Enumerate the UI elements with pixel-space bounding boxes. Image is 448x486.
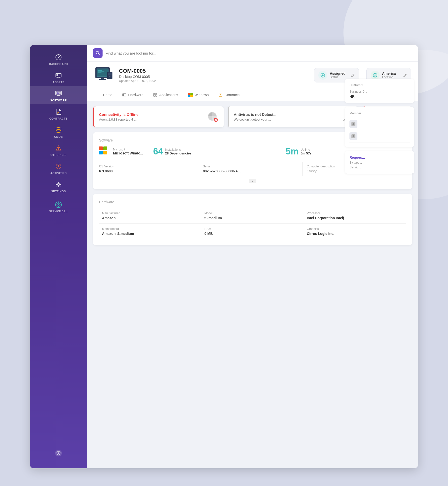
tab-contracts[interactable]: Contracts xyxy=(214,89,244,101)
sidebar-item-settings[interactable]: SETTINGS xyxy=(30,177,87,195)
sidebar-item-activities[interactable]: ACTIVITIES xyxy=(30,159,87,177)
applications-tab-icon xyxy=(153,93,157,97)
sidebar-item-label: SETTINGS xyxy=(51,190,66,193)
svg-rect-39 xyxy=(99,79,106,80)
alert-connectivity-title: Connectivity is Offline xyxy=(99,112,203,117)
sidebar-item-label: SERVICE DE... xyxy=(49,210,68,213)
sidebar-item-service-desk[interactable]: SERVICE DE... xyxy=(30,197,87,215)
tab-applications-label: Applications xyxy=(159,93,178,97)
sidebar-item-label: CONTRACTS xyxy=(49,117,68,120)
asset-updated: Updated Apr 11 2022, 19:35 xyxy=(119,79,309,83)
svg-point-43 xyxy=(110,78,110,78)
tab-contracts-label: Contracts xyxy=(224,93,239,97)
sidebar-item-software[interactable]: SOFTWARE xyxy=(30,86,87,104)
svg-point-42 xyxy=(109,76,111,77)
tab-home-label: Home xyxy=(103,93,112,97)
members-title: Member... xyxy=(349,111,410,115)
sidebar-item-contracts[interactable]: CONTRACTS xyxy=(30,104,87,123)
svg-line-2 xyxy=(58,56,59,57)
alert-connectivity-icon xyxy=(207,111,219,123)
software-icon xyxy=(55,90,62,98)
svg-rect-9 xyxy=(56,92,61,94)
tab-applications[interactable]: Applications xyxy=(148,89,183,101)
member-item-1[interactable] xyxy=(349,118,410,130)
sidebar-item-assets[interactable]: ASSETS xyxy=(30,68,87,86)
svg-point-20 xyxy=(57,184,59,186)
sidebar-item-bottom-logo[interactable] xyxy=(30,444,87,463)
hardware-grid: Manufacturer Amazon Model t3.medium Proc… xyxy=(99,208,406,239)
contracts-tab-icon xyxy=(219,93,223,97)
dashboard-icon xyxy=(55,53,62,61)
svg-rect-41 xyxy=(108,73,112,75)
member-item-2[interactable] xyxy=(349,130,410,142)
tab-windows-label: Windows xyxy=(195,93,209,97)
requests-subtitle: By type... xyxy=(349,161,410,164)
motherboard-field: Motherboard Amazon t3.medium xyxy=(99,224,201,239)
requests-title: Reques... xyxy=(349,155,410,159)
svg-rect-61 xyxy=(123,94,124,96)
collapse-icon[interactable]: ▲ xyxy=(249,179,256,183)
service-desk-icon xyxy=(55,201,62,209)
os-version-field: OS Version 6.3.9600 xyxy=(99,162,199,176)
contracts-icon xyxy=(55,108,62,116)
collapse-button[interactable]: ▲ xyxy=(99,179,406,183)
graphics-field: Graphics Cirrus Logic Inc. xyxy=(304,224,406,239)
asset-subtitle: Desktop COM-0005 xyxy=(119,75,309,79)
tab-windows[interactable]: Windows xyxy=(183,89,214,101)
search-icon xyxy=(96,51,100,55)
manufacturer-field: Manufacturer Amazon xyxy=(99,208,201,224)
alert-antivirus-subtitle: We couldn't detect your ... xyxy=(234,118,338,121)
processor-field: Processor Intel Corporation Intel( xyxy=(304,208,406,224)
activities-icon xyxy=(55,162,62,170)
svg-rect-4 xyxy=(56,74,58,76)
sidebar-item-label: SOFTWARE xyxy=(50,99,67,102)
alert-antivirus[interactable]: Antivirus is not Detect... We couldn't d… xyxy=(228,106,358,127)
search-input[interactable] xyxy=(106,51,412,55)
svg-point-78 xyxy=(353,135,354,137)
svg-rect-64 xyxy=(154,95,155,96)
asset-image xyxy=(94,67,114,84)
sidebar-item-label: DASHBOARD xyxy=(49,63,68,66)
member-avatar-2 xyxy=(349,132,357,140)
home-tab-icon xyxy=(97,93,101,97)
sidebar-item-label: CMDB xyxy=(54,135,63,138)
svg-rect-38 xyxy=(101,78,104,79)
bottom-logo-icon xyxy=(55,449,62,457)
search-button[interactable] xyxy=(93,48,103,58)
tab-hardware-label: Hardware xyxy=(128,93,143,97)
requests-detail: Servic... xyxy=(349,165,410,169)
cmdb-icon xyxy=(55,126,62,134)
members-panel: Member... xyxy=(345,107,414,147)
svg-line-31 xyxy=(99,54,100,55)
sidebar-item-dashboard[interactable]: DASHBOARD xyxy=(30,50,87,68)
svg-rect-63 xyxy=(156,93,157,95)
sidebar-item-other-cis[interactable]: OTHER CIS xyxy=(30,141,87,159)
assets-icon xyxy=(55,71,62,79)
svg-point-45 xyxy=(322,74,324,76)
sidebar: DASHBOARD ASSETS xyxy=(30,45,87,468)
custom-fields-panel: Custom fi... Business D... HR xyxy=(345,79,414,103)
svg-point-17 xyxy=(58,147,59,148)
tab-home[interactable]: Home xyxy=(92,89,117,101)
sidebar-bottom xyxy=(30,444,87,463)
alert-connectivity-subtitle: Agent 1.0.88 reported 4 ... xyxy=(99,118,203,121)
svg-rect-34 xyxy=(97,69,108,76)
tab-hardware[interactable]: Hardware xyxy=(117,89,148,101)
member-avatar-1 xyxy=(349,120,357,128)
svg-point-29 xyxy=(58,452,59,454)
model-field: Model t3.medium xyxy=(201,208,304,224)
hardware-section: Hardware Manufacturer Amazon Model t3.me… xyxy=(93,194,412,245)
svg-point-76 xyxy=(353,123,354,124)
ms-logo xyxy=(99,146,109,156)
asset-title: COM-0005 xyxy=(119,68,309,74)
alert-antivirus-text: Antivirus is not Detect... We couldn't d… xyxy=(234,112,338,121)
svg-rect-62 xyxy=(154,93,155,95)
alert-connectivity-text: Connectivity is Offline Agent 1.0.88 rep… xyxy=(99,112,203,121)
sidebar-item-label: ACTIVITIES xyxy=(50,172,67,175)
sidebar-item-label: ASSETS xyxy=(53,81,64,84)
hardware-tab-icon xyxy=(122,93,126,97)
sidebar-item-cmdb[interactable]: CMDB xyxy=(30,123,87,141)
assigned-status-icon xyxy=(318,71,327,80)
hardware-section-title: Hardware xyxy=(99,200,406,204)
alert-connectivity[interactable]: Connectivity is Offline Agent 1.0.88 rep… xyxy=(93,106,224,127)
